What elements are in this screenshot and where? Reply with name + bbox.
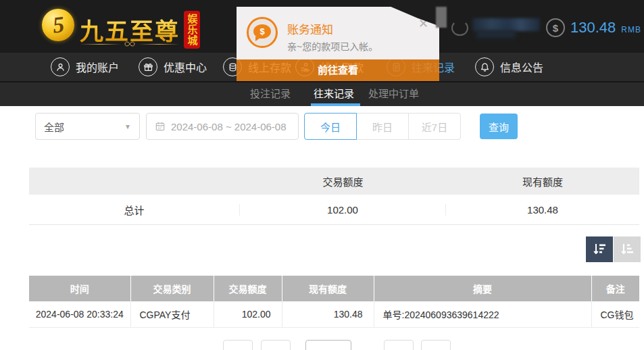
summary-total-label: 总计 bbox=[29, 203, 239, 217]
flourish-ornament-icon bbox=[80, 39, 180, 49]
col-remark: 备注 bbox=[591, 276, 639, 301]
money-message-icon: $ bbox=[247, 17, 278, 48]
pagination-first-button[interactable] bbox=[223, 340, 253, 350]
balance-currency: RMB bbox=[621, 21, 641, 34]
sort-controls bbox=[586, 236, 641, 262]
date-range-input[interactable]: 2024-06-08 ~ 2024-06-08 bbox=[146, 113, 299, 140]
cell-remark: CG钱包 bbox=[591, 301, 639, 327]
nav-item-my-account[interactable]: 我的账户 bbox=[51, 53, 119, 81]
censored-username-blur-2 bbox=[476, 30, 516, 38]
active-tab-underline bbox=[311, 103, 360, 106]
pagination-next-button[interactable] bbox=[384, 340, 414, 350]
cell-type: CGPAY支付 bbox=[130, 301, 214, 327]
chevron-down-icon: ▼ bbox=[124, 123, 131, 130]
page: 5 九五至尊 娱乐城 $ 130.48 RMB 我的账户 bbox=[0, 0, 644, 350]
censored-username-blur bbox=[472, 18, 540, 31]
summary-table: 交易额度 现有额度 总计 102.00 130.48 bbox=[29, 168, 639, 225]
col-summary: 摘要 bbox=[374, 276, 591, 301]
cell-balance: 130.48 bbox=[282, 301, 374, 327]
balance-display: $ 130.48 RMB bbox=[546, 18, 641, 37]
transactions-table: 时间 交易类别 交易额度 现有额度 摘要 备注 2024-06-08 20:33… bbox=[29, 276, 639, 328]
col-balance: 现有额度 bbox=[282, 276, 374, 301]
col-time: 时间 bbox=[29, 276, 130, 301]
go-view-button[interactable]: 前往查看 bbox=[237, 59, 439, 81]
pagination bbox=[0, 340, 644, 350]
search-button[interactable]: 查询 bbox=[480, 114, 518, 139]
notification-message: 亲~您的款项已入帐。 bbox=[287, 39, 378, 53]
quick-range-group: 今日 昨日 近7日 bbox=[304, 113, 461, 140]
cell-time: 2024-06-08 20:33:24 bbox=[29, 301, 130, 327]
coin-glyph: 5 bbox=[51, 11, 66, 39]
dollar-glyph: $ bbox=[553, 22, 558, 34]
today-button[interactable]: 今日 bbox=[304, 113, 357, 140]
tab-transaction-records[interactable]: 往来记录 bbox=[314, 82, 354, 106]
sort-descending-icon bbox=[591, 241, 608, 257]
nav-label: 信息公告 bbox=[500, 59, 543, 75]
tab-betting-records[interactable]: 投注记录 bbox=[250, 82, 291, 106]
notification-body: $ 账务通知 亲~您的款项已入帐。 ✕ bbox=[237, 7, 439, 59]
col-amount: 交易额度 bbox=[214, 276, 282, 301]
user-icon bbox=[51, 57, 70, 76]
nav-item-promotions[interactable]: 优惠中心 bbox=[139, 53, 207, 81]
pagination-prev-button[interactable] bbox=[261, 340, 291, 350]
col-type: 交易类别 bbox=[130, 276, 214, 301]
censored-gray-block bbox=[436, 7, 447, 28]
record-tabs: 投注记录 往来记录 处理中订单 bbox=[0, 81, 644, 106]
nav-item-announcements[interactable]: 信息公告 bbox=[475, 53, 543, 81]
pagination-current-page[interactable] bbox=[305, 340, 351, 350]
censored-avatar bbox=[451, 20, 468, 36]
brand-badge: 娱乐城 bbox=[184, 11, 200, 49]
sort-ascending-icon bbox=[619, 241, 635, 257]
dollar-icon: $ bbox=[546, 18, 565, 37]
summary-header-amount: 交易额度 bbox=[239, 174, 446, 189]
calendar-icon bbox=[155, 121, 166, 132]
bell-icon bbox=[475, 57, 494, 76]
cell-amount: 102.00 bbox=[214, 301, 282, 327]
brand-logo[interactable]: 5 九五至尊 娱乐城 bbox=[41, 5, 196, 49]
date-range-value: 2024-06-08 ~ 2024-06-08 bbox=[171, 121, 287, 132]
yesterday-button[interactable]: 昨日 bbox=[356, 113, 409, 140]
coin-logo-icon: 5 bbox=[42, 9, 74, 41]
nav-label: 我的账户 bbox=[76, 59, 119, 75]
tab-processing-orders[interactable]: 处理中订单 bbox=[368, 82, 419, 106]
nav-label: 优惠中心 bbox=[164, 59, 207, 75]
balance-amount: 130.48 bbox=[570, 19, 616, 36]
notification-title: 账务通知 bbox=[287, 20, 333, 37]
summary-header-row: 交易额度 现有额度 bbox=[29, 168, 639, 195]
pagination-last-button[interactable] bbox=[421, 340, 451, 350]
table-header-row: 时间 交易类别 交易额度 现有额度 摘要 备注 bbox=[29, 276, 639, 301]
summary-total-amount: 102.00 bbox=[239, 204, 446, 216]
summary-total-balance: 130.48 bbox=[446, 204, 639, 216]
summary-header-balance: 现有额度 bbox=[446, 174, 639, 189]
category-select[interactable]: 全部 ▼ bbox=[35, 113, 140, 140]
sort-descending-button[interactable] bbox=[586, 236, 613, 262]
gift-icon bbox=[139, 57, 157, 76]
filter-bar: 全部 ▼ 2024-06-08 ~ 2024-06-08 今日 昨日 近7日 查… bbox=[0, 112, 644, 141]
category-select-value: 全部 bbox=[44, 120, 64, 134]
notification-popup: $ 账务通知 亲~您的款项已入帐。 ✕ 前往查看 bbox=[237, 7, 439, 81]
cell-summary: 单号:202406093639614222 bbox=[374, 301, 591, 327]
last7days-button[interactable]: 近7日 bbox=[408, 113, 461, 140]
sort-ascending-button[interactable] bbox=[614, 236, 641, 262]
table-row: 2024-06-08 20:33:24 CGPAY支付 102.00 130.4… bbox=[29, 301, 639, 327]
summary-total-row: 总计 102.00 130.48 bbox=[29, 195, 639, 225]
dollar-glyph: $ bbox=[259, 26, 264, 36]
